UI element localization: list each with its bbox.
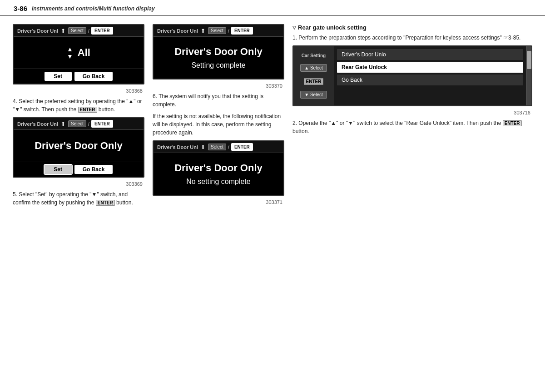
screen-4-value: Driver's Door Only bbox=[174, 162, 263, 174]
screen-2-main: Driver's Door Only Setting complete bbox=[154, 37, 283, 79]
screen-4-updown-icon: ⬆ bbox=[201, 144, 205, 150]
screen-1-value: All bbox=[78, 47, 90, 59]
scrollbar-thumb bbox=[527, 51, 531, 69]
screen-2-select-btn[interactable]: Select bbox=[208, 27, 226, 34]
step6b-text: If the setting is not available, the fol… bbox=[153, 112, 284, 137]
screen-4-status: No setting complete bbox=[186, 178, 250, 186]
screen-3-value: Driver's Door Only bbox=[35, 140, 123, 152]
step6-text: 6. The system will notify you that the s… bbox=[153, 92, 284, 109]
enter-inline-1: ENTER bbox=[78, 107, 97, 113]
screen-1-set-btn[interactable]: Set bbox=[45, 72, 72, 81]
screen-2-value: Driver's Door Only bbox=[174, 46, 263, 58]
screen-4-topbar: Driver's Door Unl ⬆ Select / ENTER bbox=[154, 141, 283, 153]
screen-3-main: Driver's Door Only bbox=[14, 130, 144, 162]
select-up-text: ▲ Select bbox=[304, 65, 322, 70]
figure-num-1: 303368 bbox=[13, 87, 144, 94]
screen-4-topbar-text: Driver's Door Unl bbox=[157, 144, 198, 150]
screen-4-select-btn[interactable]: Select bbox=[208, 144, 226, 150]
enter-inline-3: ENTER bbox=[503, 120, 522, 126]
left-column: Driver's Door Unl ⬆ Select / ENTER ▲ ▼ A… bbox=[13, 24, 144, 210]
screen-2: Driver's Door Unl ⬆ Select / ENTER Drive… bbox=[153, 24, 284, 79]
screen-1-enter-btn[interactable]: ENTER bbox=[91, 27, 113, 35]
step4-text: 4. Select the preferred setting by opera… bbox=[13, 97, 144, 114]
screen-1-updown-icon: ⬆ bbox=[61, 28, 65, 34]
car-setting-label: Car Setting bbox=[302, 53, 326, 58]
step1-text: 1. Perform the preparation steps accordi… bbox=[292, 34, 532, 42]
screen-4: Driver's Door Unl ⬆ Select / ENTER Drive… bbox=[153, 140, 284, 196]
arrow-down-icon: ▼ bbox=[67, 53, 73, 60]
enter-inline-2: ENTER bbox=[96, 200, 115, 206]
menu-item-2[interactable]: Go Back bbox=[337, 74, 523, 85]
screen-4-enter-btn[interactable]: ENTER bbox=[231, 143, 253, 151]
screen-1-select-btn[interactable]: Select bbox=[68, 27, 86, 34]
screen-3-set-btn[interactable]: Set bbox=[45, 165, 72, 174]
screen-3-enter-btn[interactable]: ENTER bbox=[91, 120, 113, 128]
step2-text: 2. Operate the "▲" or "▼" switch to sele… bbox=[292, 119, 532, 135]
screen-3-goback-btn[interactable]: Go Back bbox=[74, 165, 113, 174]
main-content: Driver's Door Unl ⬆ Select / ENTER ▲ ▼ A… bbox=[0, 16, 545, 215]
car-setting-screen: Car Setting ▲ Select ENTER ▼ Select Driv… bbox=[292, 45, 532, 106]
screen-3-select-btn[interactable]: Select bbox=[68, 120, 86, 127]
page-number: 3-86 bbox=[14, 5, 27, 12]
screen-3-slash: / bbox=[88, 121, 89, 127]
screen-1-main: ▲ ▼ All bbox=[14, 37, 144, 69]
triangle-icon: ▽ bbox=[292, 25, 296, 30]
arrow-up-icon: ▲ bbox=[67, 45, 73, 53]
section-heading-text: Rear gate unlock setting bbox=[298, 24, 367, 31]
screen-2-topbar: Driver's Door Unl ⬆ Select / ENTER bbox=[154, 25, 283, 37]
section-heading: ▽ Rear gate unlock setting bbox=[292, 24, 532, 31]
car-setting-inner: Car Setting ▲ Select ENTER ▼ Select Driv… bbox=[293, 46, 531, 105]
screen-3-updown-icon: ⬆ bbox=[61, 121, 65, 127]
screen-1-topbar-text: Driver's Door Unl bbox=[17, 28, 58, 34]
screen-3-topbar: Driver's Door Unl ⬆ Select / ENTER bbox=[14, 118, 144, 130]
step5-text: 5. Select "Set" by operating the "▼" swi… bbox=[13, 190, 144, 207]
screen-1-goback-btn[interactable]: Go Back bbox=[74, 72, 113, 81]
screen-3-topbar-text: Driver's Door Unl bbox=[17, 121, 58, 127]
figure-num-2: 303370 bbox=[153, 82, 284, 89]
car-setting-left: Car Setting ▲ Select ENTER ▼ Select bbox=[293, 46, 334, 105]
screen-2-status: Setting complete bbox=[191, 61, 245, 69]
right-column: ▽ Rear gate unlock setting 1. Perform th… bbox=[292, 24, 532, 210]
scrollbar[interactable] bbox=[526, 46, 531, 105]
screen-2-updown-icon: ⬆ bbox=[201, 28, 205, 34]
enter-tag[interactable]: ENTER bbox=[304, 78, 324, 85]
menu-item-1[interactable]: Rear Gate Unlock bbox=[337, 62, 523, 73]
screen-3: Driver's Door Unl ⬆ Select / ENTER Drive… bbox=[13, 117, 144, 178]
select-down-text: ▼ Select bbox=[304, 92, 322, 97]
select-up-btn[interactable]: ▲ Select bbox=[300, 64, 327, 72]
select-down-btn[interactable]: ▼ Select bbox=[300, 91, 327, 99]
page-header: 3-86 Instruments and controls/Multi func… bbox=[0, 0, 545, 16]
figure-num-car: 303716 bbox=[292, 109, 532, 116]
figure-num-3: 303369 bbox=[13, 180, 144, 188]
screen-4-slash: / bbox=[228, 144, 229, 150]
screen-3-bottombar: Set Go Back bbox=[14, 162, 144, 177]
screen-2-topbar-text: Driver's Door Unl bbox=[157, 28, 198, 34]
screen-1-slash: / bbox=[88, 28, 89, 34]
screen-1-topbar: Driver's Door Unl ⬆ Select / ENTER bbox=[14, 25, 144, 37]
figure-num-4: 303371 bbox=[153, 198, 284, 206]
page-title: Instruments and controls/Multi function … bbox=[32, 5, 155, 12]
car-setting-right: Driver's Door Unlo Rear Gate Unlock Go B… bbox=[334, 46, 526, 105]
screen-1-arrow: ▲ ▼ bbox=[67, 45, 73, 60]
mid-column: Driver's Door Unl ⬆ Select / ENTER Drive… bbox=[153, 24, 284, 210]
screen-2-slash: / bbox=[228, 28, 229, 34]
screen-1: Driver's Door Unl ⬆ Select / ENTER ▲ ▼ A… bbox=[13, 24, 144, 84]
menu-item-0[interactable]: Driver's Door Unlo bbox=[337, 49, 523, 60]
screen-4-main: Driver's Door Only No setting complete bbox=[154, 153, 283, 195]
screen-2-enter-btn[interactable]: ENTER bbox=[231, 27, 253, 35]
screen-1-bottombar: Set Go Back bbox=[14, 69, 144, 84]
